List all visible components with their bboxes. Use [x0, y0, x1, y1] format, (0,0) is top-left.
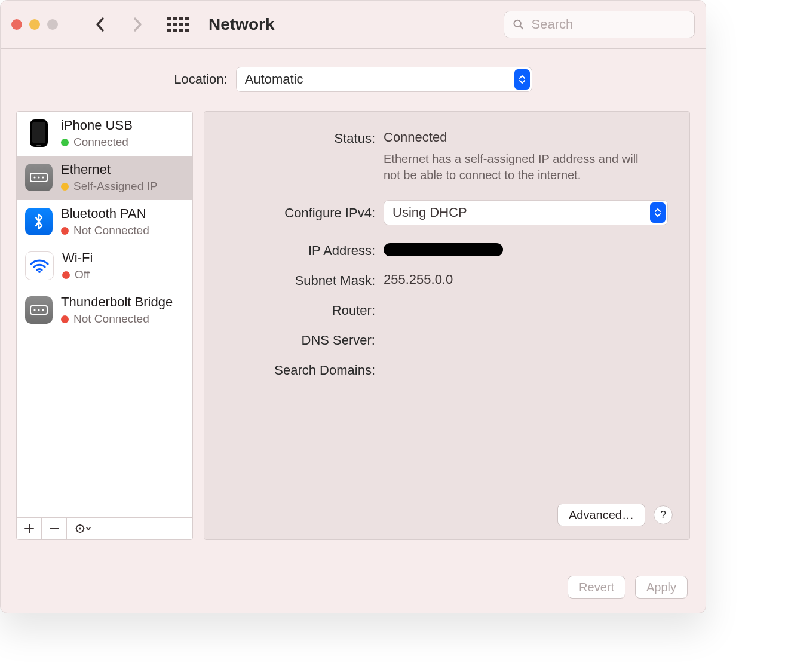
show-all-button[interactable]: [165, 12, 191, 37]
forward-button[interactable]: [125, 12, 150, 37]
detail-panel: Status: Connected Ethernet has a self-as…: [204, 111, 690, 540]
svg-line-23: [82, 526, 82, 526]
subnet-mask-value: 255.255.0.0: [384, 272, 668, 287]
thunderbolt-icon: [25, 296, 53, 324]
minus-icon: [50, 524, 59, 533]
search-input[interactable]: [530, 16, 686, 33]
service-name: Wi-Fi: [62, 250, 93, 266]
ip-address-label: IP Address:: [226, 242, 375, 259]
location-label: Location:: [174, 72, 227, 87]
service-row[interactable]: EthernetSelf-Assigned IP: [17, 156, 192, 200]
gear-dropdown-icon: [75, 524, 91, 533]
location-select[interactable]: Automatic: [236, 67, 532, 92]
router-label: Router:: [226, 302, 375, 318]
svg-line-1: [520, 26, 523, 29]
svg-line-21: [82, 531, 82, 532]
search-icon: [513, 18, 524, 31]
iphone-icon: [30, 119, 48, 147]
service-status: Not Connected: [61, 224, 149, 237]
status-dot-icon: [62, 271, 70, 279]
ethernet-icon: [25, 164, 53, 191]
status-dot-icon: [61, 183, 69, 191]
service-list: iPhone USBConnectedEthernetSelf-Assigned…: [17, 112, 192, 517]
select-stepper-icon: [514, 69, 530, 90]
service-row[interactable]: Bluetooth PANNot Connected: [17, 200, 192, 244]
svg-line-22: [76, 531, 77, 532]
status-dot-icon: [61, 227, 69, 235]
service-status: Off: [62, 268, 93, 281]
service-status: Not Connected: [61, 312, 173, 326]
service-status-label: Off: [75, 268, 90, 281]
service-row[interactable]: iPhone USBConnected: [17, 112, 192, 156]
preferences-window: Network Location: Automatic iPhone USBCo…: [0, 0, 706, 613]
content: Location: Automatic iPhone USBConnectedE…: [1, 49, 706, 552]
svg-point-15: [79, 527, 81, 529]
status-value: Connected: [384, 130, 447, 145]
window-footer: Revert Apply: [568, 576, 688, 599]
service-status-label: Not Connected: [73, 224, 149, 237]
status-dot-icon: [61, 315, 69, 323]
service-name: Bluetooth PAN: [61, 206, 149, 222]
back-button[interactable]: [88, 12, 113, 37]
service-name: Ethernet: [61, 162, 157, 177]
advanced-button[interactable]: Advanced…: [557, 504, 645, 526]
svg-point-6: [38, 271, 41, 273]
search-domains-label: Search Domains:: [226, 361, 375, 378]
svg-point-9: [38, 309, 39, 311]
service-status-label: Connected: [73, 136, 128, 149]
service-status-label: Self-Assigned IP: [73, 180, 157, 193]
minimize-window-button[interactable]: [29, 19, 40, 30]
status-description: Ethernet has a self-assigned IP address …: [384, 151, 640, 183]
configure-ipv4-select[interactable]: Using DHCP: [384, 200, 668, 225]
service-row[interactable]: Thunderbolt BridgeNot Connected: [17, 289, 192, 333]
apply-button[interactable]: Apply: [635, 576, 688, 599]
plus-icon: [24, 524, 34, 533]
titlebar: Network: [1, 1, 706, 49]
location-row: Location: Automatic: [16, 67, 690, 92]
status-dot-icon: [61, 139, 69, 146]
chevron-right-icon: [132, 17, 143, 32]
service-status: Self-Assigned IP: [61, 180, 157, 193]
service-status-label: Not Connected: [73, 312, 149, 326]
service-actions-button[interactable]: [67, 518, 99, 539]
svg-point-8: [33, 309, 35, 311]
service-name: Thunderbolt Bridge: [61, 294, 173, 310]
service-name: iPhone USB: [61, 118, 133, 133]
chevron-left-icon: [95, 17, 106, 32]
service-status: Connected: [61, 136, 133, 149]
svg-point-5: [42, 176, 44, 178]
svg-line-20: [76, 526, 77, 526]
service-sidebar: iPhone USBConnectedEthernetSelf-Assigned…: [16, 111, 193, 540]
add-service-button[interactable]: [17, 518, 42, 539]
ip-address-value-redacted: [384, 243, 503, 256]
subnet-mask-label: Subnet Mask:: [226, 272, 375, 289]
select-stepper-icon: [650, 202, 666, 223]
window-controls: [11, 19, 58, 30]
page-title: Network: [208, 15, 274, 34]
service-row[interactable]: Wi-FiOff: [17, 244, 192, 289]
status-label: Status:: [226, 130, 375, 146]
zoom-window-button[interactable]: [47, 19, 58, 30]
bluetooth-icon: [25, 208, 53, 235]
revert-button[interactable]: Revert: [568, 576, 625, 599]
wifi-icon: [25, 251, 54, 280]
configure-ipv4-label: Configure IPv4:: [226, 204, 375, 221]
grid-icon: [167, 17, 189, 32]
help-button[interactable]: ?: [654, 505, 673, 524]
svg-point-4: [38, 176, 39, 178]
search-field[interactable]: [504, 11, 695, 38]
remove-service-button[interactable]: [42, 518, 67, 539]
svg-point-10: [42, 309, 44, 311]
location-value: Automatic: [245, 72, 303, 87]
sidebar-footer-spacer: [99, 518, 192, 539]
sidebar-footer: [17, 517, 192, 539]
dns-server-label: DNS Server:: [226, 332, 375, 348]
svg-point-3: [33, 176, 35, 178]
close-window-button[interactable]: [11, 19, 22, 30]
configure-ipv4-value: Using DHCP: [392, 205, 467, 220]
